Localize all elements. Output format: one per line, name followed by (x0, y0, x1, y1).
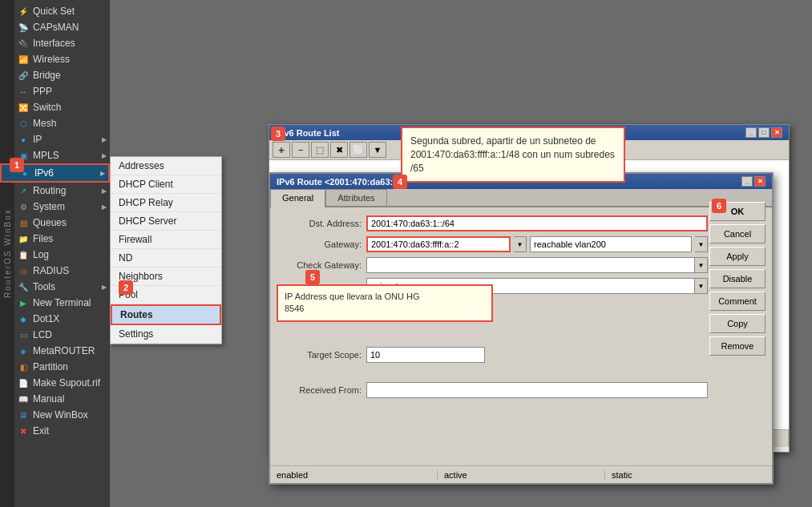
sidebar-item-new-winbox[interactable]: 🖥 New WinBox (0, 407, 110, 423)
filter-button[interactable]: ▼ (369, 142, 386, 158)
check-gateway-input[interactable] (366, 257, 695, 273)
check-gateway-dropdown[interactable]: ▼ (695, 257, 708, 273)
log-icon: 📋 (18, 249, 29, 260)
disable-button[interactable]: Disable (709, 269, 766, 288)
add-button[interactable]: + (273, 142, 290, 158)
sidebar-items: ⚡ Quick Set 📡 CAPsMAN 🔌 Interfaces 📶 Wir… (0, 0, 110, 507)
received-from-row: Received From: (278, 382, 708, 398)
sidebar-item-ppp[interactable]: ↔ PPP (0, 83, 110, 99)
sidebar-item-new-terminal[interactable]: ▶ New Terminal (0, 295, 110, 311)
target-scope-input[interactable] (366, 347, 485, 363)
close-button[interactable]: ✕ (771, 127, 782, 138)
interfaces-icon: 🔌 (18, 38, 29, 49)
sidebar-item-lcd[interactable]: ▭ LCD (0, 327, 110, 343)
comment-button[interactable]: Comment (709, 292, 766, 311)
submenu-item-dhcp-relay[interactable]: DHCP Relay (111, 194, 221, 212)
submenu-item-settings[interactable]: Settings (111, 325, 221, 344)
cancel-button[interactable]: Cancel (709, 224, 766, 243)
routing-icon: ↗ (18, 185, 29, 196)
badge-6: 6 (712, 199, 726, 213)
badge-5: 5 (305, 270, 320, 284)
dialog-minimize[interactable]: _ (741, 176, 753, 187)
spacer1 (278, 320, 708, 342)
submenu-ipv6: Addresses DHCP Client DHCP Relay DHCP Se… (110, 156, 222, 344)
switch-icon: 🔀 (18, 102, 29, 113)
tab-general[interactable]: General (270, 189, 325, 207)
sidebar-item-ip[interactable]: ● IP (0, 131, 110, 147)
status-static: static (605, 470, 772, 480)
sidebar-item-label: Manual (33, 393, 64, 404)
new-winbox-icon: 🖥 (18, 409, 29, 420)
sidebar-item-exit[interactable]: ✖ Exit (0, 423, 110, 439)
minimize-button[interactable]: _ (745, 127, 757, 138)
copy-button[interactable]: Copy (709, 314, 766, 333)
received-from-input[interactable] (366, 382, 708, 398)
received-from-label: Received From: (278, 385, 366, 395)
sidebar-item-label: Make Supout.rif (33, 377, 100, 388)
gateway-extra-input[interactable] (530, 236, 692, 252)
remove-button[interactable]: Remove (709, 336, 766, 356)
routeros-label: RouterOS WinBox (0, 0, 14, 507)
note-box-ip: IP Address que llevara la ONU HG8546 (277, 284, 493, 322)
gateway-dropdown[interactable]: ▼ (514, 236, 527, 252)
metarouter-icon: ◈ (18, 345, 29, 356)
sidebar-item-make-supout[interactable]: 📄 Make Supout.rif (0, 375, 110, 391)
sidebar-item-partition[interactable]: ◧ Partition (0, 359, 110, 375)
sidebar-item-system[interactable]: ⚙ System (0, 199, 110, 215)
sidebar-item-quick-set[interactable]: ⚡ Quick Set (0, 3, 110, 19)
submenu-item-dhcp-server[interactable]: DHCP Server (111, 212, 221, 231)
submenu-item-addresses[interactable]: Addresses (111, 157, 221, 175)
bridge-icon: 🔗 (18, 70, 29, 81)
sidebar-item-log[interactable]: 📋 Log (0, 247, 110, 263)
sidebar-item-metarouter[interactable]: ◈ MetaROUTER (0, 343, 110, 359)
sidebar-item-wireless[interactable]: 📶 Wireless (0, 51, 110, 67)
route-list-controls: _ □ ✕ (745, 127, 782, 138)
copy-item-button[interactable]: ⬜ (349, 142, 367, 158)
partition-icon: ◧ (18, 361, 29, 372)
dst-address-input[interactable] (366, 215, 708, 231)
wireless-icon: 📶 (18, 54, 29, 65)
type-dropdown[interactable]: ▼ (695, 278, 708, 294)
submenu-item-nd[interactable]: ND (111, 249, 221, 268)
sidebar-item-queues[interactable]: ▤ Queues (0, 215, 110, 231)
sidebar-item-mesh[interactable]: ⬡ Mesh (0, 115, 110, 131)
sidebar-item-dot1x[interactable]: ◆ Dot1X (0, 311, 110, 327)
dialog-status-bar: enabled active static (270, 465, 772, 483)
tab-attributes[interactable]: Attributes (325, 189, 386, 206)
ppp-icon: ↔ (18, 86, 29, 97)
callout-text: Segunda subred, apartir de un subneteo d… (410, 135, 615, 174)
gateway-extra-dropdown[interactable]: ▼ (695, 236, 708, 252)
dialog-close[interactable]: ✕ (754, 176, 766, 187)
submenu-item-routes[interactable]: Routes (111, 304, 221, 325)
submenu-item-dhcp-client[interactable]: DHCP Client (111, 175, 221, 194)
tools-icon: 🔧 (18, 281, 29, 292)
sidebar-item-label: RADIUS (33, 265, 69, 276)
manual-icon: 📖 (18, 393, 29, 404)
gateway-label: Gateway: (278, 239, 366, 249)
sidebar-item-interfaces[interactable]: 🔌 Interfaces (0, 35, 110, 51)
sidebar-item-capsman[interactable]: 📡 CAPsMAN (0, 19, 110, 35)
edit-button[interactable]: ⬚ (311, 142, 329, 158)
disable-button[interactable]: ✖ (330, 142, 348, 158)
sidebar-item-switch[interactable]: 🔀 Switch (0, 99, 110, 115)
sidebar-item-routing[interactable]: ↗ Routing (0, 183, 110, 199)
sidebar-item-label: MetaROUTER (33, 345, 95, 356)
quick-set-icon: ⚡ (18, 6, 29, 17)
queues-icon: ▤ (18, 217, 29, 228)
gateway-input[interactable] (366, 236, 511, 252)
sidebar-item-files[interactable]: 📁 Files (0, 231, 110, 247)
apply-button[interactable]: Apply (709, 247, 766, 266)
dot1x-icon: ◆ (18, 313, 29, 324)
submenu-item-firewall[interactable]: Firewall (111, 231, 221, 249)
files-icon: 📁 (18, 233, 29, 244)
sidebar-item-radius[interactable]: ◎ RADIUS (0, 263, 110, 279)
sidebar-item-bridge[interactable]: 🔗 Bridge (0, 67, 110, 83)
sidebar-item-label: Partition (33, 361, 68, 372)
spacer2 (278, 368, 708, 377)
sidebar-item-label: Dot1X (33, 313, 59, 324)
sidebar-item-manual[interactable]: 📖 Manual (0, 391, 110, 407)
maximize-button[interactable]: □ (758, 127, 770, 138)
remove-button[interactable]: − (292, 142, 309, 158)
sidebar-item-tools[interactable]: 🔧 Tools (0, 279, 110, 295)
sidebar-item-label: IP (33, 134, 42, 145)
